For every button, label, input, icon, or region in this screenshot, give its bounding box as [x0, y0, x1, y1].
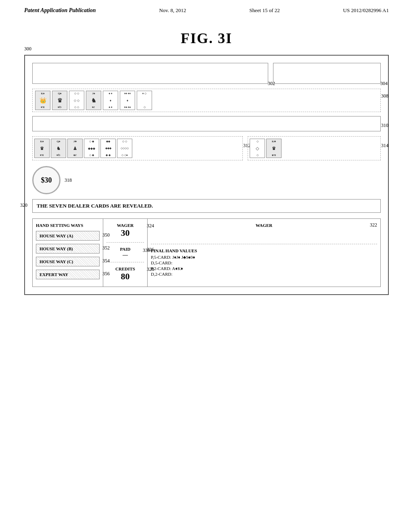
- house-way-b-btn[interactable]: HOUSE WAY (B): [36, 244, 100, 254]
- card-group-314: ◇ ◇ ◇ K♣ ♛ K♣ 314: [248, 136, 381, 160]
- chip-area: $30 318: [32, 166, 381, 194]
- message-box: THE SEVEN DEALER CARDS ARE REVEALED.: [32, 199, 381, 213]
- card-g312-6: ◇ ◇ ◇◇◇◇ ◇ ◇♠: [117, 139, 132, 158]
- hand-setting-col: HAND SETTING WAYS HOUSE WAY (A) 350 HOUS…: [33, 219, 103, 287]
- credits-label: CREDITS: [106, 266, 144, 271]
- expert-way-btn[interactable]: EXPERT WAY: [36, 270, 100, 279]
- credits-section: CREDITS 80 328: [106, 266, 144, 282]
- card-1: K♠ 👑 K♠: [35, 91, 50, 110]
- ref-320-label: 320: [20, 202, 27, 208]
- card-3: ◇ ◇ ◇ ◇ ◇ ◇: [69, 91, 84, 110]
- card-g312-3: J♣ ♟ J♣: [67, 139, 83, 158]
- final-hand-row-2: P,2-CARD: A♦K♦: [151, 266, 377, 271]
- credits-value: 80: [106, 271, 144, 282]
- ref-304: 304: [380, 81, 388, 87]
- row-top: 302 304: [32, 63, 381, 84]
- ref-354: 354: [102, 258, 110, 264]
- final-hand-row-0: P,5-CARD: J♦J♦ J♣9♠9♦: [151, 255, 377, 260]
- card-g312-4: ◇ ◆ ◆◆◆ ◇ ◆: [84, 139, 99, 158]
- final-hand-section: FINAL HAND VALUES P,5-CARD: J♦J♦ J♣9♠9♦ …: [151, 248, 377, 276]
- paid-section: PAID — 326: [106, 247, 144, 262]
- sheet-label: Sheet 15 of 22: [249, 7, 280, 14]
- page-header: Patent Application Publication Nov. 8, 2…: [0, 0, 413, 18]
- bottom-section: HAND SETTING WAYS HOUSE WAY (A) 350 HOUS…: [32, 218, 381, 287]
- right-col: WAGER 322 330 FINAL HAND VALUES P,5-CARD…: [148, 219, 380, 287]
- card-g312-2: Q♠ ♞ Q♠: [51, 139, 66, 158]
- final-hand-row-1: D,5-CARD:: [151, 260, 377, 265]
- final-hand-title: FINAL HAND VALUES: [151, 248, 377, 253]
- main-content: 300 FIG. 3I 302 304 K♠ 👑 K♠: [0, 18, 413, 307]
- paid-value: —: [106, 251, 144, 258]
- ref-328: 328: [147, 266, 154, 272]
- chip-value: $30: [41, 176, 52, 185]
- wager-section: WAGER 30 324: [106, 223, 144, 243]
- wager-label: WAGER: [106, 223, 144, 228]
- card-group-312: K♠ ♛ K♠ Q♠ ♞ Q♠ J♣ ♟ J♣: [32, 136, 243, 160]
- final-hand-row-3: D,2-CARD:: [151, 272, 377, 276]
- card-5: ♠ ♦ ♦ ♠ ♦: [103, 91, 118, 110]
- card-2: Q♠ ♛ Q♠: [52, 91, 67, 110]
- patent-label: US 2012/0282996 A1: [343, 7, 389, 14]
- hand-setting-title: HAND SETTING WAYS: [36, 223, 100, 228]
- card-6: ♦♦ ♦♦ ♦ ♦♠ ♦♠: [120, 91, 135, 110]
- ref-310: 310: [381, 123, 388, 129]
- figure-ref: 300: [24, 46, 31, 52]
- card-4: J♠ ♞ J♠: [86, 91, 101, 110]
- wager-right-section: WAGER 322: [151, 223, 377, 244]
- figure-title: FIG. 3I: [24, 30, 389, 47]
- chip-circle: $30: [32, 166, 60, 194]
- row-mid: K♠ ♛ K♠ Q♠ ♞ Q♠ J♣ ♟ J♣: [32, 136, 381, 160]
- house-way-a-btn[interactable]: HOUSE WAY (A): [36, 231, 100, 241]
- ref-308: 308: [381, 93, 388, 99]
- ref-330: 330: [143, 247, 150, 254]
- wager-col: WAGER 30 324 PAID — 326 CREDITS 80: [103, 219, 148, 287]
- diagram-box: 302 304 K♠ 👑 K♠ Q♠ ♛ Q♠: [24, 55, 389, 295]
- publication-label: Patent Application Publication: [24, 7, 96, 14]
- ref-318: 318: [65, 177, 72, 183]
- house-way-c-btn[interactable]: HOUSE WAY (C): [36, 257, 100, 266]
- card-row-308: K♠ 👑 K♠ Q♠ ♛ Q♠ ◇ ◇ ◇ ◇ ◇ ◇: [32, 89, 381, 112]
- date-label: Nov. 8, 2012: [159, 7, 186, 14]
- box-304: 304: [273, 63, 381, 84]
- message-text: THE SEVEN DEALER CARDS ARE REVEALED.: [37, 203, 153, 209]
- box-310: 310: [32, 116, 381, 131]
- ref-314: 314: [381, 143, 388, 149]
- card-g314-1: ◇ ◇ ◇: [250, 139, 265, 158]
- card-g312-5: ◆◆ ◆◆◆ ◆ ◆: [100, 139, 116, 158]
- card-g314-2: K♣ ♛ K♣: [266, 139, 282, 158]
- wager-right-label: WAGER: [151, 223, 377, 228]
- box-302: 302: [32, 63, 268, 84]
- card-g312-1: K♠ ♛ K♠: [34, 139, 50, 158]
- paid-label: PAID: [106, 247, 144, 251]
- wager-value: 30: [106, 228, 144, 238]
- ref-322: 322: [370, 222, 377, 228]
- card-7: ♦ ◇ ◇: [137, 91, 152, 110]
